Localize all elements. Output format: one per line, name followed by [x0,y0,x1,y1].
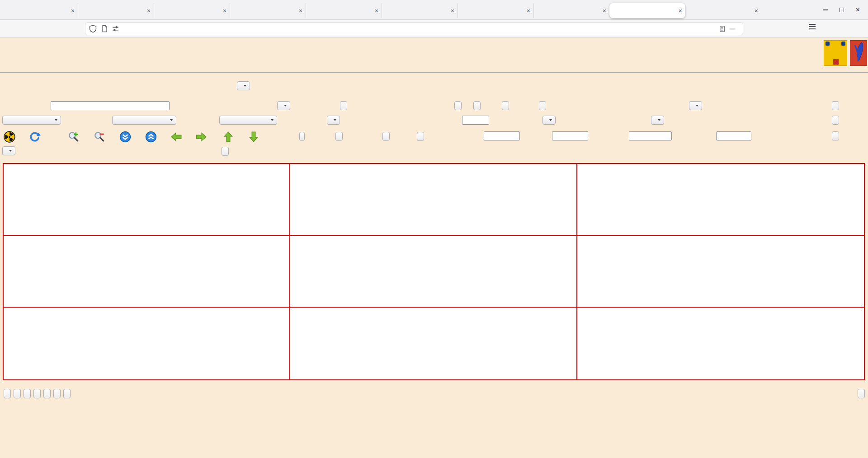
zoom-level-badge[interactable] [729,28,736,30]
tab-control-carme[interactable]: × [154,3,230,18]
tab-close-icon[interactable]: × [375,8,378,14]
tab-spectrum-browser[interactable]: × [609,3,685,18]
arrow-right-icon[interactable] [195,131,207,143]
midas-logo-mark [833,59,839,65]
window-controls: × [823,6,868,14]
update-button[interactable] [473,101,481,110]
gallery-cell-aida07[interactable] [577,164,864,236]
enable-logging-button[interactable] [63,389,71,398]
arrange-functions-select[interactable] [112,116,176,125]
gallery-cell-aida04[interactable] [290,164,577,236]
all-button[interactable] [382,132,390,141]
tab-close-icon[interactable]: × [679,8,682,14]
show-log-window-button[interactable] [53,389,61,398]
view-functions-select[interactable] [2,116,61,125]
multi-button[interactable] [340,101,347,110]
zero-button[interactable] [539,101,546,110]
tab-close-icon[interactable]: × [223,8,226,14]
tab-fadc-align[interactable]: × [382,3,458,18]
send-log-elog-button[interactable] [14,389,21,398]
tab-close-icon[interactable]: × [603,8,606,14]
reload-page-button[interactable] [24,389,31,398]
tab-system-checks[interactable]: × [306,3,382,18]
tab-close-icon[interactable]: × [71,8,75,14]
tags-fits-select[interactable] [327,116,340,125]
chevron-down-icon [334,119,336,121]
new-button[interactable] [335,132,343,141]
tab-close-icon[interactable]: × [755,8,758,14]
chevron-down-icon [549,119,552,121]
zoom-in-icon[interactable] [68,131,80,143]
tab-close-icon[interactable]: × [299,8,302,14]
tab-close-icon[interactable]: × [527,8,530,14]
xmin-input[interactable] [484,131,520,140]
number-of-galleries-select[interactable] [542,116,556,125]
gallery-cell-aida13[interactable] [4,308,290,379]
ymin-input[interactable] [629,131,672,140]
window-close-button[interactable]: × [856,6,860,14]
chevron-down-icon [658,119,660,121]
chevron-down-icon [244,85,246,87]
what-are-these-button-2[interactable] [832,116,839,125]
chevron-down-icon [170,119,173,121]
radiation-icon[interactable] [4,131,15,143]
reader-mode-icon[interactable] [719,25,726,33]
tab-close-icon[interactable]: × [451,8,454,14]
how-to-use-button[interactable] [858,389,865,398]
auto-update-button[interactable] [222,147,229,156]
update-rate-select[interactable] [2,146,15,155]
tab-asic-control[interactable]: × [458,3,533,18]
what-are-these-button-1[interactable] [832,101,839,110]
acquisition-server-select[interactable] [237,81,250,90]
tab-aida[interactable]: × [2,3,78,18]
update-all-button[interactable] [502,101,509,110]
window-minimize-button[interactable] [823,9,828,10]
linear-button[interactable] [417,132,424,141]
url-bar[interactable] [85,22,743,35]
select-a-spectrum-select[interactable] [277,101,290,110]
xmax-input[interactable] [552,131,588,140]
chevron-down-icon [9,150,12,152]
layout-id-select[interactable] [651,116,664,125]
gallery-cell-aida03[interactable] [4,164,290,236]
ymax-input[interactable] [716,131,751,140]
arrow-left-icon[interactable] [170,131,182,143]
scroll-down-icon[interactable] [119,131,131,143]
navigation-toolbar [0,20,868,38]
tab-statistics[interactable]: × [685,3,761,18]
arrow-down-icon[interactable] [248,131,259,143]
tab-run-control[interactable]: × [533,3,609,18]
arrow-up-icon[interactable] [222,131,234,143]
analysis-functions-select[interactable] [219,116,277,125]
chevron-down-icon [284,105,287,107]
gallery-cell-aida09[interactable] [290,236,577,308]
tab-temperature[interactable]: × [230,3,306,18]
show-button[interactable] [454,101,462,110]
refresh-icon[interactable] [29,131,41,143]
permissions-icon[interactable] [112,25,119,33]
midas-logo-badge-icon [826,42,830,46]
shield-icon[interactable] [89,25,97,33]
menu-button[interactable] [809,24,816,25]
gallery-cell-empty[interactable] [577,308,864,379]
midas-logo-badge-icon [841,42,845,46]
reset-button[interactable] [33,389,41,398]
spectrum-name-input[interactable] [51,101,170,110]
midas-logo [824,40,847,66]
tab-experiment-control[interactable]: × [78,3,154,18]
gallery-cell-aida10[interactable] [577,236,864,308]
gallery-cell-aida08[interactable] [4,236,290,308]
gallery-cell-aida14[interactable] [290,308,577,379]
tab-close-icon[interactable]: × [147,8,151,14]
show-variables-button[interactable] [43,389,51,398]
chevron-down-icon [696,105,698,107]
page-info-icon[interactable] [101,25,108,33]
x-button[interactable] [299,132,305,141]
what-are-these-button-3[interactable] [832,131,839,140]
channel-input[interactable] [462,116,489,125]
zoom-out-icon[interactable] [94,131,105,143]
window-maximize-button[interactable] [840,8,844,12]
spectra-functions-select[interactable] [689,101,702,110]
scroll-up-icon[interactable] [145,131,157,143]
empty-log-window-button[interactable] [4,389,11,398]
